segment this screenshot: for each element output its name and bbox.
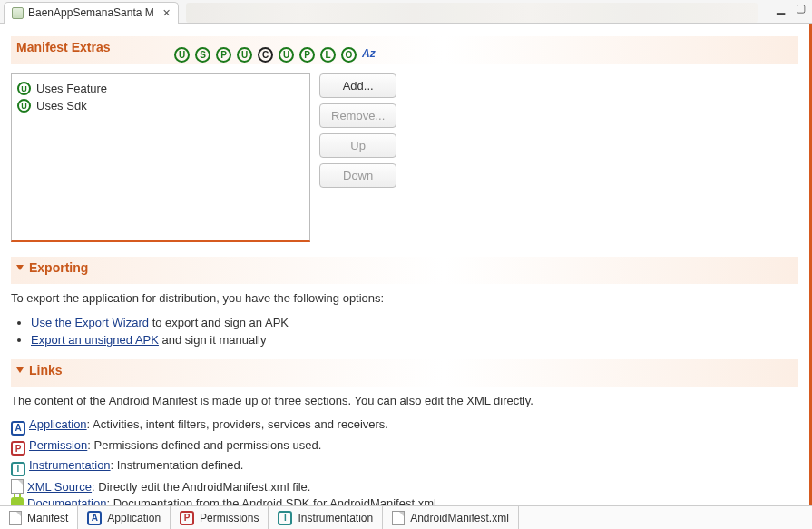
bottom-tab[interactable]: AndroidManifest.xml xyxy=(383,506,519,529)
add-button[interactable]: Add... xyxy=(319,73,396,98)
manifest-extras-toolbar: USPUCUPLOAz xyxy=(174,47,798,63)
editor-content: Manifest Extras USPUCUPLOAz UUses Featur… xyxy=(0,24,812,505)
export-option: Use the Export Wizard to export and sign… xyxy=(31,316,798,329)
links-row: AApplication: Activities, intent filters… xyxy=(11,417,798,436)
section-link[interactable]: Permission xyxy=(29,438,87,452)
section-desc: : Instrumentation defined. xyxy=(111,458,244,472)
section-letter-icon: A xyxy=(11,421,25,436)
list-item-label: Uses Sdk xyxy=(36,99,87,113)
xml-file-icon xyxy=(11,479,24,494)
links-header[interactable]: Links xyxy=(11,359,798,387)
list-item[interactable]: UUses Sdk xyxy=(17,97,304,114)
section-title: Links xyxy=(29,363,63,377)
bottom-tab-label: AndroidManifest.xml xyxy=(410,512,509,524)
links-row: XML Source: Directly edit the AndroidMan… xyxy=(11,479,798,494)
toolbar-letter-icon[interactable]: O xyxy=(341,47,357,63)
tab-letter-icon: A xyxy=(87,511,102,525)
exporting-options: Use the Export Wizard to export and sign… xyxy=(31,312,798,350)
section-link[interactable]: Documentation xyxy=(27,496,106,506)
bottom-tab-label: Manifest xyxy=(27,512,68,524)
bottom-tab-label: Permissions xyxy=(200,512,259,524)
bottom-tab-label: Instrumentation xyxy=(298,512,373,524)
manifest-extras-body: UUses FeatureUUses Sdk Add... Remove... … xyxy=(11,73,798,242)
maximize-button[interactable]: ▢ xyxy=(794,3,807,14)
manifest-extras-buttons: Add... Remove... Up Down xyxy=(319,73,396,188)
toolbar-letter-icon[interactable]: P xyxy=(299,47,315,63)
bottom-tabs: ManifestAApplicationPPermissionsIInstrum… xyxy=(0,505,812,529)
window-controls: ▁ ▢ xyxy=(774,3,807,14)
section-letter-icon: I xyxy=(11,462,25,476)
bottom-tab-label: Application xyxy=(107,512,161,524)
section-desc: : Permissions defined and permissions us… xyxy=(87,438,321,452)
twisty-icon xyxy=(16,367,24,373)
uses-icon: U xyxy=(17,99,31,113)
links-row: Documentation: Documentation from the An… xyxy=(11,496,798,506)
toolbar-letter-icon[interactable]: U xyxy=(174,47,190,63)
list-item[interactable]: UUses Feature xyxy=(17,80,304,97)
section-link[interactable]: Instrumentation xyxy=(29,458,111,472)
section-desc: : Directly edit the AndroidManifest.xml … xyxy=(92,480,310,494)
bottom-tab[interactable]: PPermissions xyxy=(171,506,269,529)
up-button: Up xyxy=(319,133,396,158)
uses-icon: U xyxy=(17,82,31,95)
list-item-label: Uses Feature xyxy=(36,82,107,95)
manifest-file-icon xyxy=(12,7,24,19)
section-letter-icon: P xyxy=(11,441,25,456)
export-option-rest: to export and sign an APK xyxy=(149,316,289,329)
links-row: IInstrumentation: Instrumentation define… xyxy=(11,458,798,476)
export-wizard-link[interactable]: Use the Export Wizard xyxy=(31,316,149,329)
export-unsigned-link[interactable]: Export an unsigned APK xyxy=(31,333,159,347)
manifest-icon xyxy=(9,511,22,525)
tab-letter-icon: P xyxy=(180,511,194,525)
links-intro: The content of the Android Manifest is m… xyxy=(11,394,798,407)
bottom-tab[interactable]: IInstrumentation xyxy=(269,506,383,529)
exporting-header[interactable]: Exporting xyxy=(11,257,798,284)
links-row: PPermission: Permissions defined and per… xyxy=(11,438,798,456)
toolbar-letter-icon[interactable]: C xyxy=(258,47,273,63)
toolbar-letter-icon[interactable]: U xyxy=(237,47,252,63)
toolbar-letter-icon[interactable]: L xyxy=(320,47,336,63)
export-option-rest: and sign it manually xyxy=(159,333,267,347)
remove-button: Remove... xyxy=(319,103,396,128)
down-button: Down xyxy=(319,163,396,188)
section-desc: : Activities, intent filters, providers,… xyxy=(87,417,388,431)
twisty-icon xyxy=(16,265,24,270)
links-list: AApplication: Activities, intent filters… xyxy=(11,415,798,505)
bottom-tab[interactable]: Manifest xyxy=(0,506,78,529)
blurred-tabs xyxy=(186,3,758,23)
section-desc: : Documentation from the Android SDK for… xyxy=(106,496,439,506)
sort-az-icon[interactable]: Az xyxy=(362,47,376,63)
export-option: Export an unsigned APK and sign it manua… xyxy=(31,333,798,347)
bottom-tab[interactable]: AApplication xyxy=(78,506,171,529)
section-link[interactable]: XML Source xyxy=(27,480,92,494)
section-title: Manifest Extras xyxy=(16,40,110,54)
toolbar-letter-icon[interactable]: S xyxy=(195,47,210,63)
editor-tab[interactable]: BaenAppSemanaSanta M ✕ xyxy=(4,2,179,24)
minimize-button[interactable]: ▁ xyxy=(774,3,787,14)
editor-tabbar: BaenAppSemanaSanta M ✕ ▁ ▢ xyxy=(0,0,812,24)
exporting-intro: To export the application for distributi… xyxy=(11,291,798,305)
manifest-extras-list[interactable]: UUses FeatureUUses Sdk xyxy=(11,73,310,242)
android-icon xyxy=(11,497,24,506)
toolbar-letter-icon[interactable]: P xyxy=(216,47,231,63)
editor-window: BaenAppSemanaSanta M ✕ ▁ ▢ Manifest Extr… xyxy=(0,0,812,529)
section-link[interactable]: Application xyxy=(29,417,87,431)
close-tab-icon[interactable]: ✕ xyxy=(162,7,171,19)
tab-title: BaenAppSemanaSanta M xyxy=(28,6,154,19)
section-title: Exporting xyxy=(29,260,88,275)
tab-letter-icon: I xyxy=(278,511,292,525)
toolbar-letter-icon[interactable]: U xyxy=(279,47,294,63)
xml-file-icon xyxy=(392,511,405,525)
